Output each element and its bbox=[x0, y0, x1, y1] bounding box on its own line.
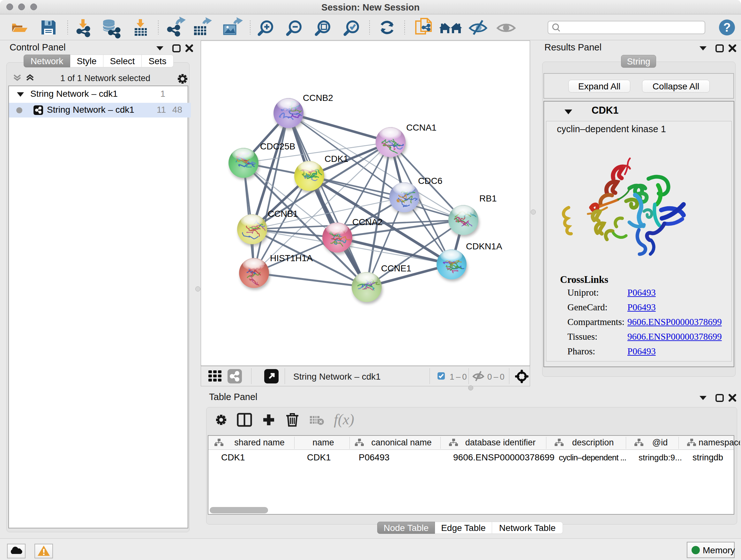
svg-text:f(x): f(x) bbox=[334, 411, 354, 428]
svg-text:CCNA2: CCNA2 bbox=[352, 217, 383, 227]
svg-text:CDK1: CDK1 bbox=[325, 154, 348, 164]
svg-text:RB1: RB1 bbox=[479, 193, 496, 203]
svg-text:CDC25B: CDC25B bbox=[260, 141, 295, 151]
svg-text:HIST1H1A: HIST1H1A bbox=[270, 253, 313, 263]
svg-text:CDKN1A: CDKN1A bbox=[466, 241, 502, 251]
svg-text:CCNE1: CCNE1 bbox=[381, 263, 411, 273]
svg-text:CCNB1: CCNB1 bbox=[268, 209, 298, 219]
svg-text:CDC6: CDC6 bbox=[418, 176, 442, 186]
svg-text:CCNB2: CCNB2 bbox=[303, 93, 333, 103]
svg-text:CCNA1: CCNA1 bbox=[406, 123, 436, 132]
